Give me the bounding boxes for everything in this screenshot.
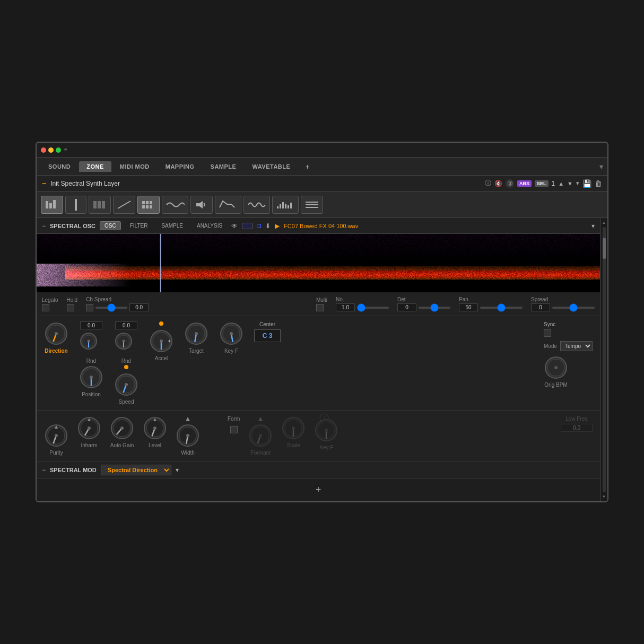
sub-tab-sample[interactable]: SAMPLE [156,221,188,230]
minimize-button[interactable] [48,147,54,153]
width-knob[interactable] [176,423,200,448]
maximize-button[interactable] [56,147,61,153]
download-icon[interactable]: ⬇ [265,222,271,230]
sub-tab-analysis[interactable]: ANALYSIS [192,221,227,230]
instrument-minus[interactable]: − [42,179,46,188]
multi-checkbox[interactable] [316,304,324,311]
spectral-mod-collapse[interactable]: − [42,466,46,474]
color-indicator[interactable] [257,224,261,228]
toolbar-scroll-btn[interactable] [65,196,86,214]
badge-sel: SEL [535,180,549,187]
mode-select[interactable]: Tempo [560,341,593,351]
direction-label: Direction [45,348,67,354]
close-button[interactable] [41,147,46,153]
toolbar-speaker-btn[interactable] [190,196,213,214]
svg-point-52 [195,332,198,335]
add-row[interactable]: + [37,479,600,501]
inharm-knob[interactable] [77,416,101,440]
sub-tab-osc[interactable]: OSC [100,221,121,230]
spectrogram[interactable] [37,234,600,292]
keyf2-knob[interactable] [314,418,338,442]
window-controls [41,147,61,153]
scroll-down-arrow[interactable]: ▼ [602,494,606,499]
scroll-up-arrow[interactable]: ▲ [602,220,606,225]
level-knob[interactable] [143,416,167,440]
play-icon[interactable]: ▶ [275,222,280,230]
svg-point-56 [230,332,233,335]
spread2-value: 0 [531,303,550,311]
no-slider[interactable] [357,307,389,309]
arrow-dropdown-icon[interactable]: ▾ [576,180,579,187]
spectral-direction-dropdown[interactable]: Spectral Direction [101,465,171,475]
tab-midi-mod[interactable]: MIDI MOD [112,161,157,172]
rnd2-knob[interactable] [114,332,138,356]
param-multi: Multi [316,297,327,311]
position-knob[interactable] [79,365,103,389]
osc-collapse-icon[interactable]: − [42,222,46,230]
low-freq-label: Low Freq [565,416,588,422]
arrow-down-icon[interactable]: ▼ [567,180,573,187]
toolbar-wave-btn[interactable] [162,196,188,214]
delete-icon[interactable]: 🗑 [595,179,602,188]
toolbar-bars-btn[interactable] [89,196,111,214]
tab-mapping[interactable]: MAPPING [158,161,202,172]
direction-knob[interactable] [44,321,68,346]
svg-rect-20 [290,203,292,208]
sync-checkbox[interactable] [544,329,551,337]
target-knob[interactable] [184,321,208,346]
spread2-slider[interactable] [552,307,595,309]
form-checkbox[interactable] [230,426,238,433]
orig-bpm-knob[interactable] [544,355,568,380]
file-dropdown-icon[interactable]: ▾ [591,222,595,230]
toolbar-grid-btn[interactable] [137,196,160,214]
hold-checkbox[interactable] [67,304,74,311]
window-menu-icon[interactable]: ▾ [599,162,603,171]
channel-icon[interactable]: ③ [506,179,514,188]
scrollbar[interactable]: ▲ ▼ [600,218,607,501]
rnd1-knob[interactable] [79,332,103,356]
scale-knob[interactable] [281,416,306,440]
save-icon[interactable]: 💾 [582,179,591,188]
keyf-knob[interactable] [219,321,243,346]
tab-sound[interactable]: SOUND [41,161,78,172]
svg-rect-0 [46,201,48,208]
svg-rect-18 [285,204,286,208]
orig-bpm-label: Orig BPM [544,382,567,388]
mute-icon[interactable]: 🔇 [494,180,502,187]
color-swatch[interactable] [242,223,253,229]
sub-tab-filter[interactable]: FILTER [125,221,153,230]
scroll-thumb[interactable] [603,238,606,259]
scroll-track[interactable] [603,227,606,492]
ch-spread-value: 0.0 [129,303,149,311]
toolbar-line-btn[interactable] [113,196,135,214]
toolbar-spectrum-btn[interactable] [272,196,299,214]
center-display[interactable]: C 3 [254,329,281,342]
tab-wavetable[interactable]: WAVETABLE [245,161,298,172]
ch-spread-slider[interactable] [95,307,127,309]
legato-checkbox[interactable] [42,304,49,311]
tab-add-button[interactable]: + [301,161,314,172]
formant-knob[interactable] [248,423,273,448]
toolbar-sine-btn[interactable] [243,196,270,214]
accel-knob[interactable] [149,329,173,353]
speed-knob[interactable] [114,372,138,397]
autogain-knob[interactable] [110,416,134,440]
knob-inharm: Inharm [77,416,101,448]
toolbar-spectral-btn[interactable] [41,196,63,214]
form-label: Form [228,416,240,422]
purity-knob[interactable] [44,423,68,448]
knob-autogain: Auto Gain [110,416,134,448]
arrow-up-icon[interactable]: ▲ [558,180,564,187]
spectral-mod-dropdown-icon[interactable]: ▾ [176,466,179,474]
info-icon[interactable]: ⓘ [485,179,491,188]
svg-rect-4 [93,201,97,208]
tab-sample[interactable]: SAMPLE [203,161,244,172]
toolbar-list-btn[interactable] [301,196,323,214]
det-slider[interactable] [419,307,450,309]
pan-slider[interactable] [480,307,523,309]
toolbar-env-btn[interactable] [215,196,241,214]
osc-section-header: − SPECTRAL OSC OSC FILTER SAMPLE ANALYSI… [37,218,600,234]
tab-zone[interactable]: ZONE [79,161,111,172]
eye-icon[interactable]: 👁 [231,222,238,230]
ch-spread-checkbox[interactable] [86,304,93,311]
